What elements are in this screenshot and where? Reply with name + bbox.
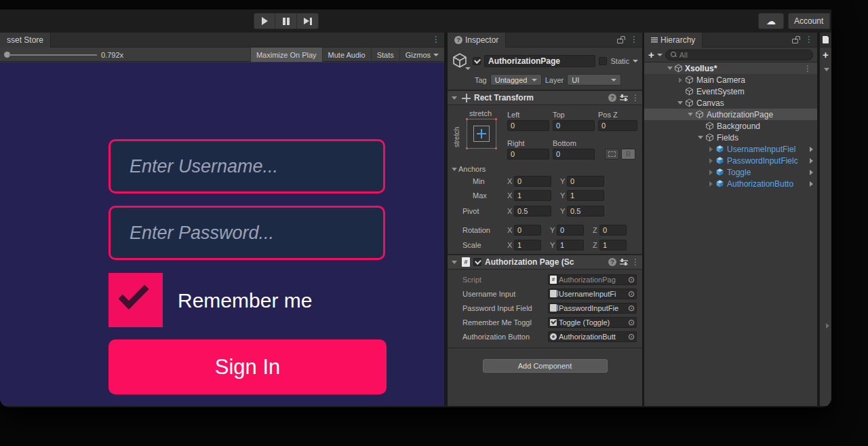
hierarchy-item-passwordinputfield[interactable]: PasswordInputFielc: [644, 155, 817, 166]
add-component-button[interactable]: Add Component: [483, 359, 608, 373]
sign-in-button[interactable]: Sign In: [108, 339, 387, 394]
active-checkbox[interactable]: [473, 57, 481, 65]
help-icon[interactable]: [608, 258, 616, 266]
hierarchy-item-toggle[interactable]: Toggle: [644, 166, 817, 178]
create-button[interactable]: +: [648, 50, 654, 60]
authorization-page-header[interactable]: Authorization Page (Sc: [448, 255, 642, 270]
foldout-arrow-icon[interactable]: [823, 68, 831, 71]
target-icon[interactable]: [628, 290, 635, 298]
anchors-foldout[interactable]: Anchors: [448, 164, 635, 174]
max-x-input[interactable]: 1: [514, 190, 551, 201]
chevron-down-icon[interactable]: [657, 54, 663, 56]
scale-y-input[interactable]: 1: [557, 240, 584, 250]
foldout-arrow-icon[interactable]: [450, 96, 458, 100]
presets-icon[interactable]: [620, 259, 628, 265]
username-field[interactable]: Enter Username...: [108, 139, 385, 193]
min-y-input[interactable]: 0: [567, 176, 604, 187]
mute-audio-button[interactable]: Mute Audio: [322, 48, 371, 62]
kebab-icon[interactable]: [805, 35, 813, 44]
create-button[interactable]: +: [823, 50, 829, 60]
target-icon[interactable]: [628, 276, 635, 284]
prefab-open-chevron[interactable]: [810, 181, 813, 187]
account-button[interactable]: Account: [788, 13, 830, 29]
foldout-arrow-icon[interactable]: [707, 181, 715, 187]
remember-me-checkbox[interactable]: [108, 273, 163, 327]
tab-inspector[interactable]: Inspector: [448, 33, 506, 48]
right-input[interactable]: 0: [507, 149, 549, 160]
foldout-arrow-icon[interactable]: [707, 147, 715, 152]
gizmos-dropdown[interactable]: Gizmos: [399, 48, 444, 62]
foldout-arrow-icon[interactable]: [707, 170, 715, 175]
hierarchy-item-authorizationbutton[interactable]: AuthorizationButto: [644, 178, 817, 189]
hierarchy-item-canvas[interactable]: Canvas: [644, 97, 817, 109]
foldout-arrow-icon[interactable]: [676, 77, 684, 83]
component-enabled-checkbox[interactable]: [473, 258, 481, 266]
lock-icon[interactable]: [792, 39, 798, 43]
hierarchy-item-authorizationpage[interactable]: AuthorizationPage: [644, 109, 817, 120]
toggle-object-field[interactable]: Toggle (Toggle): [548, 317, 637, 328]
gameobject-name-input[interactable]: [484, 55, 595, 67]
pivot-y-input[interactable]: 0.5: [567, 206, 604, 217]
prefab-open-chevron[interactable]: [810, 170, 813, 175]
pause-button[interactable]: [275, 13, 297, 29]
max-y-input[interactable]: 1: [567, 190, 604, 201]
kebab-icon[interactable]: [631, 257, 639, 267]
gameobject-icon[interactable]: [452, 52, 469, 70]
script-object-field[interactable]: AuthorizationPag: [548, 274, 637, 285]
scale-x-input[interactable]: 1: [514, 240, 541, 250]
chevron-down-icon[interactable]: [633, 60, 638, 62]
button-object-field[interactable]: AuthorizationButt: [548, 331, 637, 342]
kebab-icon[interactable]: [631, 93, 639, 103]
step-button[interactable]: [297, 13, 319, 29]
play-button[interactable]: [254, 13, 275, 29]
foldout-arrow-icon[interactable]: [676, 101, 684, 105]
blueprint-mode-button[interactable]: [605, 149, 619, 160]
target-icon[interactable]: [628, 318, 635, 327]
presets-icon[interactable]: [620, 94, 628, 101]
top-input[interactable]: 0: [553, 120, 595, 131]
target-icon[interactable]: [628, 333, 635, 341]
kebab-icon[interactable]: [432, 35, 440, 44]
min-x-input[interactable]: 0: [514, 176, 551, 187]
username-object-field[interactable]: UsernameInputFi: [548, 289, 637, 299]
rotation-x-input[interactable]: 0: [514, 225, 541, 236]
foldout-arrow-icon[interactable]: [686, 113, 694, 116]
foldout-arrow-icon[interactable]: [666, 67, 674, 70]
scale-z-input[interactable]: 1: [599, 240, 627, 250]
lock-icon[interactable]: [617, 39, 623, 43]
rotation-y-input[interactable]: 0: [557, 225, 584, 236]
hierarchy-item-usernameinputfield[interactable]: UsernameInputFiel: [644, 143, 817, 155]
foldout-arrow-icon[interactable]: [823, 323, 831, 329]
pivot-x-input[interactable]: 0.5: [514, 206, 551, 217]
kebab-icon[interactable]: [630, 35, 638, 44]
foldout-arrow-icon[interactable]: [696, 136, 705, 139]
hierarchy-item-fields[interactable]: Fields: [644, 132, 817, 143]
anchor-preset-button[interactable]: [467, 119, 496, 149]
foldout-arrow-icon[interactable]: [450, 261, 458, 264]
hierarchy-search-input[interactable]: All: [665, 50, 813, 60]
scene-row[interactable]: Xsollus*: [644, 62, 817, 74]
rect-transform-header[interactable]: Rect Transform: [448, 90, 642, 105]
kebab-icon[interactable]: [804, 64, 812, 73]
tab-asset-store[interactable]: sset Store: [0, 33, 51, 48]
hierarchy-item-background[interactable]: Background: [644, 120, 817, 132]
password-object-field[interactable]: PasswordInputFie: [548, 303, 637, 314]
target-icon[interactable]: [628, 304, 635, 312]
maximize-on-play-button[interactable]: Maximize On Play: [250, 48, 322, 62]
tab-hierarchy[interactable]: Hierarchy: [644, 33, 703, 48]
prefab-open-chevron[interactable]: [810, 158, 813, 164]
cloud-button[interactable]: ☁: [758, 13, 784, 29]
password-field[interactable]: Enter Password...: [108, 206, 385, 260]
tag-dropdown[interactable]: Untagged: [490, 74, 542, 86]
posz-input[interactable]: 0: [598, 120, 637, 131]
hierarchy-item-main-camera[interactable]: Main Camera: [644, 74, 817, 86]
foldout-arrow-icon[interactable]: [707, 158, 715, 164]
left-input[interactable]: 0: [507, 120, 549, 131]
sliver-tab[interactable]: [820, 33, 831, 48]
raw-edit-mode-button[interactable]: R: [621, 149, 635, 160]
layer-dropdown[interactable]: UI: [567, 74, 621, 86]
prefab-open-chevron[interactable]: [810, 147, 813, 152]
help-icon[interactable]: [608, 94, 616, 102]
stats-button[interactable]: Stats: [371, 48, 399, 62]
rotation-z-input[interactable]: 0: [599, 225, 627, 236]
